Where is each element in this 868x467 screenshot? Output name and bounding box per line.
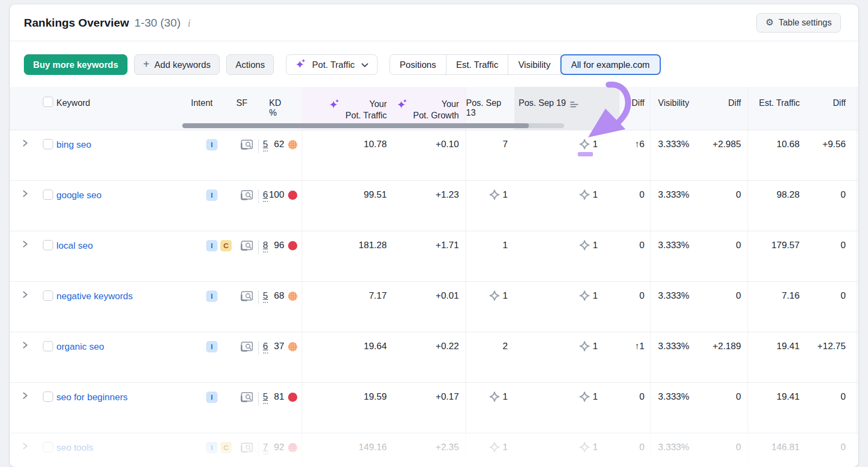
serp-features-icon[interactable] — [240, 392, 254, 406]
table-settings-button[interactable]: ⚙ Table settings — [756, 13, 841, 33]
row-checkbox[interactable] — [43, 442, 53, 452]
column-header-visibility[interactable]: Visibility — [650, 87, 700, 130]
horizontal-scrollbar-track[interactable] — [182, 123, 564, 128]
sf-count-link[interactable]: 7 — [263, 442, 268, 455]
segment-all-for-domain[interactable]: All for example.com — [560, 54, 661, 75]
row-checkbox[interactable] — [43, 291, 53, 301]
serp-feature-position-icon — [579, 239, 590, 251]
rankings-table: Keyword Intent SF KD % YourPot. Traffic … — [10, 87, 858, 467]
ai-sparkles-icon — [295, 58, 307, 72]
position-cell: 1 — [465, 282, 514, 332]
intent-cell: I — [191, 383, 241, 433]
row-expander-button[interactable] — [22, 392, 29, 401]
segment-visibility[interactable]: Visibility — [508, 54, 560, 75]
position-cell: 1 — [514, 181, 620, 231]
segment-est-traffic[interactable]: Est. Traffic — [446, 54, 509, 75]
expander-cell — [21, 231, 39, 281]
row-checkbox[interactable] — [43, 240, 53, 250]
page-title: Rankings Overview 1-30 (30) i — [24, 16, 190, 29]
intent-badge-i: I — [206, 190, 218, 201]
header-checkbox-cell — [39, 87, 56, 130]
column-header-keyword[interactable]: Keyword — [56, 87, 191, 130]
info-icon[interactable]: i — [186, 17, 190, 29]
serp-features-cell: 5 — [241, 282, 269, 332]
position-cell: 1 — [465, 383, 514, 433]
keyword-link[interactable]: google seo — [56, 190, 101, 201]
sf-count-link[interactable]: 8 — [263, 240, 268, 253]
est-traffic-diff-cell: +9.56 — [808, 130, 857, 180]
serp-features-icon[interactable] — [240, 240, 254, 254]
actions-button[interactable]: Actions — [226, 54, 274, 75]
serp-features-cell: 6 — [241, 332, 269, 382]
column-header-diff-pos[interactable]: Diff — [620, 87, 650, 130]
report-title: Rankings Overview — [24, 16, 129, 29]
keyword-link[interactable]: local seo — [56, 240, 93, 252]
kd-level-dot — [288, 393, 297, 402]
pot-growth-cell: +1.71 — [393, 231, 465, 281]
row-checkbox[interactable] — [43, 190, 53, 200]
serp-features-icon[interactable] — [240, 291, 254, 305]
sf-count-link[interactable]: 5 — [263, 392, 268, 404]
table-row: google seoI610099.51+1.231103.333%098.28… — [10, 181, 858, 231]
keyword-cell: bing seo — [56, 130, 191, 180]
keyword-link[interactable]: negative keywords — [56, 291, 133, 302]
kd-cell: 100 — [269, 181, 302, 231]
table-row: seo for beginnersI58119.59+0.171103.333%… — [10, 383, 858, 433]
column-header-diff-est-traffic[interactable]: Diff — [808, 87, 857, 130]
kd-cell: 81 — [269, 383, 302, 433]
est-traffic-cell: 7.16 — [748, 282, 808, 332]
est-traffic-diff-cell: 0 — [808, 282, 857, 332]
column-header-est-traffic[interactable]: Est. Traffic — [748, 87, 808, 130]
add-keywords-label: Add keywords — [155, 60, 211, 70]
sort-icon — [570, 100, 579, 110]
row-checkbox[interactable] — [43, 139, 53, 149]
row-expander-button[interactable] — [22, 341, 29, 350]
pot-traffic-cell: 99.51 — [302, 181, 393, 231]
sf-count-link[interactable]: 5 — [263, 139, 268, 152]
visibility-diff-cell: 0 — [700, 181, 748, 231]
intent-cell: IC — [191, 231, 241, 281]
row-expander-button[interactable] — [22, 291, 29, 300]
intent-cell: IC — [191, 433, 241, 467]
position-cell: 1 — [465, 433, 514, 467]
row-expander-button[interactable] — [22, 139, 29, 148]
keyword-cell: google seo — [56, 181, 191, 231]
row-checkbox[interactable] — [43, 392, 53, 402]
serp-features-icon[interactable] — [240, 341, 254, 355]
est-traffic-cell: 98.28 — [748, 181, 808, 231]
column-header-diff-visibility[interactable]: Diff — [700, 87, 748, 130]
keyword-link[interactable]: bing seo — [56, 139, 91, 151]
table-row: local seoIC896181.28+1.711103.333%0179.5… — [10, 231, 858, 282]
keyword-link[interactable]: seo tools — [56, 442, 93, 454]
horizontal-scrollbar-thumb[interactable] — [182, 123, 529, 128]
position-cell: 7 — [465, 130, 514, 180]
intent-badge-i: I — [206, 341, 218, 352]
kd-cell: 92 — [269, 433, 302, 467]
serp-features-cell: 5 — [241, 130, 269, 180]
checkbox-cell — [39, 433, 56, 467]
pot-growth-cell: +0.10 — [393, 130, 465, 180]
row-expander-button[interactable] — [22, 442, 29, 451]
checkbox-cell — [39, 181, 56, 231]
pot-traffic-dropdown[interactable]: Pot. Traffic — [286, 54, 378, 75]
sf-count-link[interactable]: 6 — [263, 341, 268, 354]
segment-positions[interactable]: Positions — [390, 54, 446, 75]
checkbox-cell — [39, 231, 56, 281]
add-keywords-button[interactable]: + Add keywords — [134, 54, 220, 75]
table-row: seo toolsIC792149.16+2.351103.333%0146.8… — [10, 433, 858, 467]
sf-count-link[interactable]: 6 — [263, 190, 268, 202]
select-all-checkbox[interactable] — [43, 97, 53, 107]
buy-more-keywords-button[interactable]: Buy more keywords — [24, 54, 127, 75]
row-expander-button[interactable] — [22, 190, 29, 199]
keyword-link[interactable]: organic seo — [56, 341, 104, 353]
expander-cell — [21, 383, 39, 433]
row-expander-button[interactable] — [22, 240, 29, 249]
serp-feature-position-icon — [489, 391, 500, 402]
serp-features-icon[interactable] — [240, 139, 254, 153]
divider — [258, 341, 259, 355]
keyword-link[interactable]: seo for beginners — [56, 392, 127, 403]
sf-count-link[interactable]: 5 — [263, 291, 268, 303]
row-checkbox[interactable] — [43, 341, 53, 351]
serp-features-icon[interactable] — [240, 442, 254, 456]
serp-features-icon[interactable] — [240, 190, 254, 204]
